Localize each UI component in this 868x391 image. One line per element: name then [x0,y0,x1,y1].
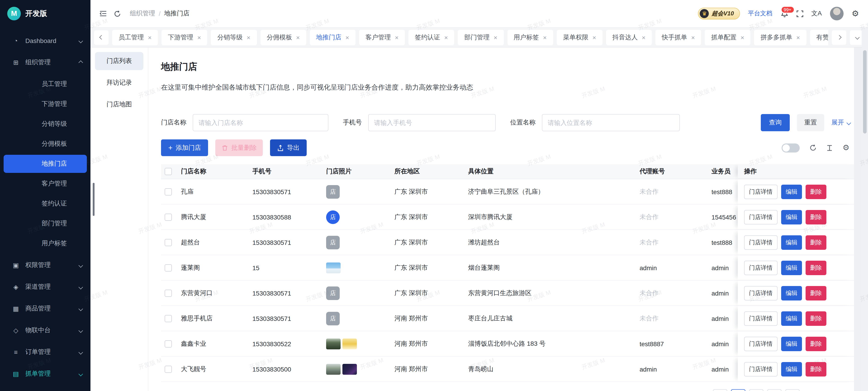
filter-input[interactable] [368,114,496,131]
store-photo-thumb[interactable] [326,338,341,349]
tab-item[interactable]: 有赞抓 × [810,30,828,45]
secondary-nav-item[interactable]: 门店列表 [95,52,144,70]
tab-close-icon[interactable]: × [444,34,448,40]
sidebar-subitem[interactable]: 员工管理 [4,75,87,93]
sidebar-subitem[interactable]: 部门管理 [4,214,87,233]
row-checkbox[interactable] [165,315,172,322]
row-height-icon[interactable] [827,145,833,151]
store-detail-button[interactable]: 门店详情 [744,210,778,224]
tab-close-icon[interactable]: × [148,34,152,40]
store-photo-thumb[interactable] [326,364,341,374]
secondary-nav-item[interactable]: 拜访记录 [95,74,144,92]
store-detail-button[interactable]: 门店详情 [744,261,778,275]
page-scrollbar-thumb[interactable] [863,50,867,133]
sidebar-item-group[interactable]: ◈ 渠道管理 [0,276,90,298]
column-settings-gear-icon[interactable]: ⚙ [843,143,850,152]
tabs-scroll-right-button[interactable] [832,30,846,44]
store-photo-thumb[interactable] [326,262,341,273]
user-avatar[interactable] [830,7,844,20]
sidebar-item-group[interactable]: ≡ 订单管理 [0,341,90,363]
table-refresh-icon[interactable] [810,144,816,151]
delete-button[interactable]: 删除 [806,210,827,224]
tab-item[interactable]: 快手抓单 × [655,30,701,45]
pagination-next-button[interactable]: › [785,389,800,391]
tab-close-icon[interactable]: × [197,34,201,40]
filter-input[interactable] [193,114,329,131]
platform-docs-link[interactable]: 平台文档 [748,9,772,18]
tab-close-icon[interactable]: × [796,34,800,40]
tab-item[interactable]: 分销等级 × [211,30,257,45]
edit-button[interactable]: 编辑 [781,184,802,199]
tab-item[interactable]: 地推门店 × [310,30,355,45]
row-checkbox[interactable] [165,290,172,297]
tab-close-icon[interactable]: × [346,34,349,40]
toggle-switch[interactable] [782,143,800,152]
edit-button[interactable]: 编辑 [781,286,802,300]
pagination-prev-button[interactable]: ‹ [713,389,727,391]
delete-button[interactable]: 删除 [806,336,827,351]
tab-close-icon[interactable]: × [741,34,744,40]
search-button[interactable]: 查询 [761,114,790,131]
delete-button[interactable]: 删除 [806,286,827,300]
store-photo-thumb[interactable] [342,338,357,349]
filter-input[interactable] [542,114,680,131]
pagination-page-button[interactable]: 1 [731,389,745,391]
pagination-page-button[interactable]: 3 [767,389,782,391]
tab-close-icon[interactable]: × [494,34,497,40]
sidebar-subitem[interactable]: 分销等级 [4,115,87,133]
add-store-button[interactable]: + 添加门店 [161,140,208,156]
tab-close-icon[interactable]: × [395,34,399,40]
settings-gear-icon[interactable]: ⚙ [852,9,859,18]
sidebar-item-group[interactable]: ◇ 物联中台 [0,320,90,341]
tab-close-icon[interactable]: × [642,34,646,40]
store-detail-button[interactable]: 门店详情 [744,362,778,376]
edit-button[interactable]: 编辑 [781,362,802,376]
edit-button[interactable]: 编辑 [781,336,802,351]
tab-close-icon[interactable]: × [247,34,250,40]
tab-item[interactable]: 抖音达人 × [606,30,652,45]
edit-button[interactable]: 编辑 [781,311,802,326]
delete-button[interactable]: 删除 [806,362,827,376]
delete-button[interactable]: 删除 [806,261,827,275]
tab-item[interactable]: 菜单权限 × [557,30,602,45]
delete-button[interactable]: 删除 [806,235,827,249]
sidebar-item-group[interactable]: ▣ 权限管理 [0,254,90,276]
refresh-icon[interactable] [114,10,121,17]
store-detail-button[interactable]: 门店详情 [744,286,778,300]
expand-filters-link[interactable]: 展开 [831,119,850,127]
store-icon[interactable]: 店 [326,236,340,249]
store-photo-thumb[interactable] [342,364,357,374]
tab-item[interactable]: 员工管理 × [112,30,158,45]
delete-button[interactable]: 删除 [806,311,827,326]
tab-close-icon[interactable]: × [296,34,300,40]
store-icon[interactable]: 店 [326,286,340,300]
sidebar-collapse-button[interactable] [99,10,107,17]
tab-item[interactable]: 部门管理 × [458,30,504,45]
sidebar-item-group[interactable]: ▤ 抓单管理 [0,363,90,385]
tab-item[interactable]: 分佣模板 × [260,30,306,45]
tab-item[interactable]: 抓单配置 × [705,30,751,45]
sidebar-item-dashboard[interactable]: ◔ Dashboard [0,30,90,52]
pagination-page-button[interactable]: 2 [749,389,764,391]
store-icon[interactable]: 店 [326,311,340,325]
edit-button[interactable]: 编辑 [781,261,802,275]
export-button[interactable]: 导出 [270,140,307,156]
breadcrumb-root[interactable]: 组织管理 [130,9,155,18]
tabs-scroll-left-button[interactable] [94,30,108,44]
row-checkbox[interactable] [165,264,172,271]
store-detail-button[interactable]: 门店详情 [744,184,778,199]
store-icon[interactable]: 店 [326,210,340,224]
batch-delete-button[interactable]: 批量删除 [216,140,263,156]
sidebar-subitem[interactable]: 地推门店 [4,155,87,173]
row-checkbox[interactable] [165,213,172,221]
store-icon[interactable]: 店 [326,185,340,199]
sidebar-subitem[interactable]: 用户标签 [4,234,87,252]
delete-button[interactable]: 删除 [806,184,827,199]
secondary-nav-item[interactable]: 门店地图 [95,95,144,114]
sidebar-subitem[interactable]: 下游管理 [4,95,87,113]
store-detail-button[interactable]: 门店详情 [744,235,778,249]
store-detail-button[interactable]: 门店详情 [744,311,778,326]
notification-bell-icon[interactable]: 99+ [780,9,788,18]
tab-close-icon[interactable]: × [691,34,695,40]
sidebar-subitem[interactable]: 签约认证 [4,194,87,213]
